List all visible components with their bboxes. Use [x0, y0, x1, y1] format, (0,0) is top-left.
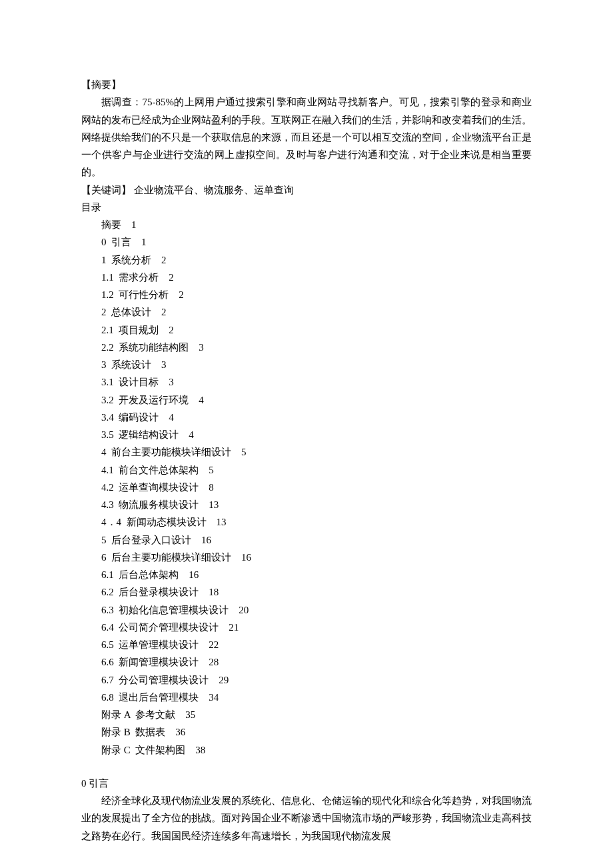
toc-item-page: 3: [169, 377, 174, 387]
toc-item-page: 16: [241, 552, 251, 563]
toc-item-label: 4 前台主要功能模块详细设计: [101, 447, 231, 457]
toc-list: 摘要 10 引言 11 系统分析 21.1 需求分析 21.2 可行性分析 22…: [81, 216, 532, 759]
toc-item-page: 2: [169, 272, 174, 283]
toc-item-page: 2: [161, 307, 167, 317]
toc-item-page: 3: [199, 342, 204, 353]
toc-item: 1.2 可行性分析 2: [81, 286, 532, 303]
toc-item-label: 6.4 公司简介管理模块设计: [101, 622, 219, 633]
toc-item: 附录 A 参考文献 35: [81, 706, 532, 723]
toc-item-label: 3.5 逻辑结构设计: [101, 429, 179, 440]
toc-item-label: 6 后台主要功能模块详细设计: [101, 552, 231, 563]
toc-item-label: 6.7 分公司管理模块设计: [101, 675, 209, 685]
abstract-body: 据调查：75-85%的上网用户通过搜索引擎和商业网站寻找新客户。可见，搜索引擎的…: [81, 93, 532, 181]
toc-item: 2 总体设计 2: [81, 303, 532, 321]
toc-item-label: 2 总体设计: [101, 307, 151, 317]
toc-item-page: 1: [131, 219, 137, 230]
toc-item-page: 22: [209, 639, 219, 650]
toc-item: 摘要 1: [81, 216, 532, 233]
toc-item-label: 6.1 后台总体架构: [101, 569, 179, 580]
toc-item-page: 5: [241, 447, 247, 457]
toc-item: 4 前台主要功能模块详细设计 5: [81, 443, 532, 461]
toc-item: 6.8 退出后台管理模块 34: [81, 689, 532, 706]
toc-item-page: 35: [185, 709, 195, 720]
toc-item: 4.2 运单查询模块设计 8: [81, 479, 532, 496]
toc-item-page: 4: [189, 429, 194, 440]
toc-item-label: 6.8 退出后台管理模块: [101, 692, 199, 703]
toc-item-label: 2.1 项目规划: [101, 325, 159, 335]
toc-item-label: 6.3 初始化信息管理模块设计: [101, 605, 229, 615]
toc-item: 4.1 前台文件总体架构 5: [81, 461, 532, 479]
toc-item-label: 3.1 设计目标: [101, 377, 159, 387]
toc-item-label: 1.2 可行性分析: [101, 289, 169, 300]
toc-item: 6.5 运单管理模块设计 22: [81, 636, 532, 653]
toc-item: 5 后台登录入口设计 16: [81, 531, 532, 549]
toc-item: 4.3 物流服务模块设计 13: [81, 496, 532, 513]
document-page: 【摘要】 据调查：75-85%的上网用户通过搜索引擎和商业网站寻找新客户。可见，…: [0, 0, 613, 868]
toc-item: 3.4 编码设计 4: [81, 409, 532, 426]
intro-body: 经济全球化及现代物流业发展的系统化、信息化、仓储运输的现代化和综合化等趋势，对我…: [81, 792, 532, 845]
toc-item-page: 5: [209, 465, 214, 475]
toc-item-label: 摘要: [101, 219, 121, 230]
toc-item-page: 1: [141, 237, 147, 247]
toc-item: 0 引言 1: [81, 233, 532, 251]
toc-item-label: 附录 B 数据表: [101, 727, 165, 737]
intro-heading: 0 引言: [81, 775, 532, 792]
toc-item: 附录 B 数据表 36: [81, 723, 532, 741]
toc-item: 3.5 逻辑结构设计 4: [81, 426, 532, 443]
toc-item-page: 28: [209, 657, 219, 667]
toc-item: 6.4 公司简介管理模块设计 21: [81, 619, 532, 636]
toc-item-page: 2: [161, 255, 167, 265]
toc-item-label: 1.1 需求分析: [101, 272, 159, 283]
toc-item: 6 后台主要功能模块详细设计 16: [81, 549, 532, 566]
toc-item-page: 3: [161, 359, 167, 370]
toc-item-label: 6.6 新闻管理模块设计: [101, 657, 199, 667]
toc-item-label: 3.2 开发及运行环境: [101, 395, 189, 405]
toc-item-page: 2: [169, 325, 174, 335]
toc-item-page: 8: [209, 482, 214, 493]
toc-item-label: 附录 C 文件架构图: [101, 745, 185, 755]
toc-item: 2.1 项目规划 2: [81, 321, 532, 339]
toc-item: 6.2 后台登录模块设计 18: [81, 583, 532, 601]
toc-item: 3.2 开发及运行环境 4: [81, 391, 532, 409]
toc-item-page: 13: [209, 499, 219, 510]
toc-item-label: 1 系统分析: [101, 255, 151, 265]
toc-item-page: 16: [189, 569, 199, 580]
toc-item-label: 3.4 编码设计: [101, 412, 159, 423]
toc-item-page: 18: [209, 587, 219, 597]
toc-item: 1 系统分析 2: [81, 251, 532, 269]
toc-item-page: 36: [175, 727, 185, 737]
toc-item-page: 38: [195, 745, 205, 755]
toc-item-page: 16: [201, 535, 211, 545]
toc-item-label: 4.2 运单查询模块设计: [101, 482, 199, 493]
toc-item-page: 13: [217, 517, 227, 527]
toc-item-label: 5 后台登录入口设计: [101, 535, 191, 545]
toc-item: 3.1 设计目标 3: [81, 373, 532, 391]
keywords-body: 企业物流平台、物流服务、运单查询: [131, 185, 294, 195]
toc-item-label: 6.2 后台登录模块设计: [101, 587, 199, 597]
abstract-heading: 【摘要】: [81, 76, 532, 93]
toc-item: 6.7 分公司管理模块设计 29: [81, 671, 532, 689]
toc-item-label: 4．4 新闻动态模块设计: [101, 517, 207, 527]
toc-item-label: 附录 A 参考文献: [101, 709, 175, 720]
toc-item-page: 21: [229, 622, 239, 633]
toc-item-label: 2.2 系统功能结构图: [101, 342, 189, 353]
keywords-line: 【关键词】 企业物流平台、物流服务、运单查询: [81, 181, 532, 199]
toc-item: 3 系统设计 3: [81, 356, 532, 373]
keywords-heading: 【关键词】: [81, 185, 131, 195]
toc-item-label: 4.3 物流服务模块设计: [101, 499, 199, 510]
toc-item-label: 4.1 前台文件总体架构: [101, 465, 199, 475]
toc-item-label: 6.5 运单管理模块设计: [101, 639, 199, 650]
toc-item-page: 2: [179, 289, 184, 300]
toc-item: 6.1 后台总体架构 16: [81, 566, 532, 583]
toc-item: 2.2 系统功能结构图 3: [81, 339, 532, 356]
toc-item: 1.1 需求分析 2: [81, 269, 532, 286]
toc-item-page: 34: [209, 692, 219, 703]
toc-item-label: 0 引言: [101, 237, 131, 247]
toc-item-page: 4: [169, 412, 174, 423]
toc-item-page: 29: [219, 675, 229, 685]
toc-item: 附录 C 文件架构图 38: [81, 741, 532, 759]
toc-item: 6.3 初始化信息管理模块设计 20: [81, 601, 532, 619]
toc-heading: 目录: [81, 199, 532, 216]
toc-item-page: 20: [239, 605, 249, 615]
toc-item-page: 4: [199, 395, 204, 405]
